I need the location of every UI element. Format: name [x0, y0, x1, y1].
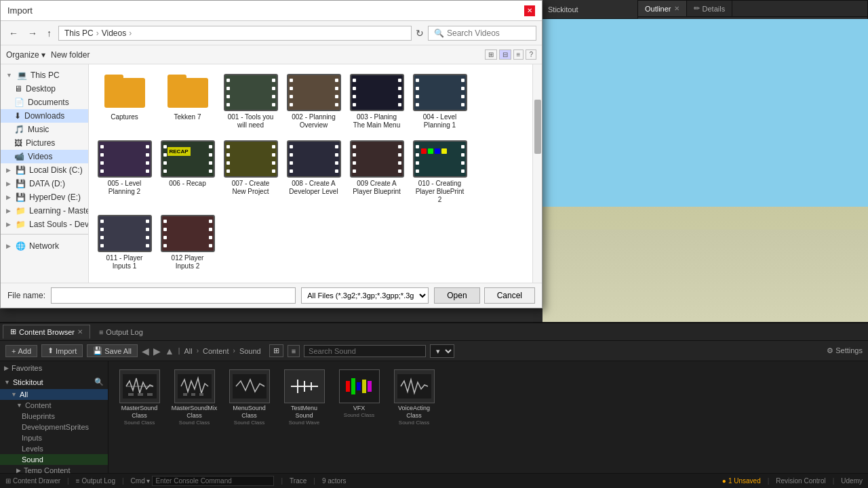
cb-item-levels[interactable]: Levels — [0, 443, 108, 454]
cb-item-content[interactable]: ▼ Content — [0, 400, 108, 411]
add-button[interactable]: + Add — [5, 345, 37, 357]
file-v009[interactable]: 009 Create A Player Blueprint — [348, 138, 406, 207]
disk-icon: 💾 — [16, 165, 26, 175]
nav-pictures[interactable]: 🖼 Pictures — [1, 136, 88, 150]
cb-item-blueprints[interactable]: Blueprints — [0, 411, 108, 422]
view-details[interactable]: ≡ — [513, 49, 524, 60]
import-dialog: Import ✕ ← → ↑ This PC › Videos › ↻ 🔍 Or… — [0, 0, 542, 308]
revision-control[interactable]: Revision Control — [776, 477, 825, 485]
sound-item-mastermix[interactable]: MasterSoundMix Class Sound Class — [169, 367, 220, 428]
sound-icon-vfx — [339, 369, 380, 403]
cb-section-favorites[interactable]: ▶ Favorites — [0, 361, 108, 375]
nav-back-button[interactable]: ← — [6, 26, 21, 40]
sound-item-voiceacting[interactable]: VoiceActing Class Sound Class — [389, 367, 439, 428]
parent-nav-btn[interactable]: ▲ — [165, 346, 174, 357]
nav-learning[interactable]: ▶ 📁 Learning - Maste — [1, 204, 88, 218]
dialog-title: Import — [7, 5, 33, 16]
output-log-tab-status[interactable]: ≡ Output Log — [76, 477, 115, 485]
save-all-button[interactable]: 💾 Save All — [87, 344, 138, 357]
unsaved-indicator[interactable]: ● 1 Unsaved — [722, 477, 761, 485]
nav-documents[interactable]: 📄 Documents — [1, 96, 88, 109]
new-folder-button[interactable]: New folder — [51, 50, 90, 60]
cb-item-sound[interactable]: Sound — [0, 454, 108, 465]
filetype-select[interactable]: All Files (*.3g2;*.3gp;*.3gpp;*.3g — [301, 287, 429, 304]
outliner-close-icon[interactable]: ✕ — [674, 5, 679, 12]
view-medium-icons[interactable]: ⊟ — [499, 49, 511, 60]
filename-input[interactable] — [51, 287, 296, 304]
nav-forward-button[interactable]: → — [25, 26, 40, 40]
file-v010[interactable]: 010 - Creating Player BluePrint 2 — [411, 138, 469, 207]
cb-section-stickitout[interactable]: ▼ Stickitout 🔍 — [0, 375, 108, 389]
cb-settings-button[interactable]: ⚙ Settings — [827, 346, 863, 355]
forward-nav-btn[interactable]: ▶ — [153, 346, 161, 357]
cb-breadcrumb-content[interactable]: Content — [203, 347, 229, 355]
file-v004[interactable]: 004 - Level Planning 1 — [411, 71, 469, 132]
nav-videos[interactable]: 📹 Videos — [1, 150, 88, 163]
nav-data-d[interactable]: ▶ 💾 DATA (D:) — [1, 177, 88, 190]
cb-sidebar-search[interactable]: 🔍 — [94, 378, 104, 386]
svg-rect-7 — [191, 393, 195, 396]
file-v002[interactable]: 002 - Planning Overview — [285, 71, 342, 132]
file-v001[interactable]: 001 - Tools you will need — [222, 71, 279, 132]
tab-outliner[interactable]: Outliner ✕ — [638, 1, 687, 16]
tab-content-browser[interactable]: ⊞ Content Browser ✕ — [3, 325, 90, 339]
nav-local-disk[interactable]: ▶ 💾 Local Disk (C:) — [1, 163, 88, 177]
content-scrollbar[interactable] — [532, 64, 542, 283]
scrollbar-thumb[interactable] — [534, 100, 541, 154]
file-v005[interactable]: 005 - Level Planning 2 — [96, 138, 153, 207]
udemy-label: Udemy — [841, 477, 863, 485]
sound-item-vfx[interactable]: VFX Sound Class — [334, 367, 384, 428]
sound-item-menusound[interactable]: MenuSound Class Sound Class — [224, 367, 275, 428]
search-input[interactable] — [447, 28, 528, 38]
cb-item-devsprites[interactable]: DevelopmentSprites — [0, 422, 108, 432]
tab-details[interactable]: ✏ Details — [687, 1, 733, 16]
open-button[interactable]: Open — [434, 287, 479, 304]
nav-up-button[interactable]: ↑ — [44, 26, 54, 40]
organize-button[interactable]: Organize ▾ — [6, 50, 45, 60]
sound-item-mastersound[interactable]: MasterSound Class Sound Class — [114, 367, 165, 428]
svg-rect-19 — [362, 380, 366, 393]
nav-desktop[interactable]: 🖥 Desktop — [1, 82, 88, 96]
cb-item-all[interactable]: ▼ All — [0, 389, 108, 400]
computer-icon: 💻 — [17, 70, 27, 80]
cb-item-inputs[interactable]: Inputs — [0, 432, 108, 443]
nav-downloads[interactable]: ⬇ Downloads — [1, 109, 88, 123]
file-v008[interactable]: 008 - Create A Developer Level — [285, 138, 342, 207]
cb-view-list-btn[interactable]: ≡ — [288, 345, 300, 357]
dialog-close-button[interactable]: ✕ — [524, 5, 535, 16]
back-nav-btn[interactable]: ◀ — [142, 346, 149, 357]
folder-tekken7[interactable]: Tekken 7 — [159, 71, 216, 132]
cb-breadcrumb-all[interactable]: All — [184, 347, 192, 355]
refresh-button[interactable]: ↻ — [416, 28, 424, 39]
tab-output-log[interactable]: ≡ Output Log — [92, 325, 151, 339]
nav-this-pc[interactable]: ▼ 💻 This PC — [1, 68, 88, 82]
cb-view-cols-btn[interactable]: ⊞ — [269, 344, 283, 357]
cb-breadcrumb-sound[interactable]: Sound — [239, 347, 261, 355]
file-v011[interactable]: 011 - Player Inputs 1 — [96, 212, 153, 273]
import-button[interactable]: ⬆ Import — [41, 344, 83, 357]
content-drawer-tab[interactable]: ⊞ Content Drawer — [5, 477, 60, 485]
folder-captures[interactable]: Captures — [96, 71, 153, 132]
nav-hyperdev[interactable]: ▶ 💾 HyperDev (E:) — [1, 190, 88, 204]
file-v006[interactable]: RECAP 006 - Recap — [159, 138, 216, 207]
file-v003[interactable]: 003 - Planing The Main Menu — [348, 71, 406, 132]
cb-search-input[interactable] — [304, 345, 426, 357]
file-v007[interactable]: 007 - Create New Project — [222, 138, 279, 207]
view-help[interactable]: ? — [526, 49, 536, 60]
cb-filter-select[interactable]: ▾ — [430, 344, 454, 358]
nav-last-souls[interactable]: ▶ 📁 Last Souls - Dev... — [1, 218, 88, 231]
file-v012[interactable]: 012 Player Inputs 2 — [159, 212, 216, 273]
nav-music[interactable]: 🎵 Music — [1, 123, 88, 136]
trace-btn[interactable]: Trace — [290, 477, 307, 485]
cb-tab-close[interactable]: ✕ — [77, 328, 83, 336]
console-input[interactable] — [152, 476, 274, 486]
sound-item-testmenu[interactable]: TestMenu Sound Sound Wave — [279, 367, 330, 428]
cancel-button[interactable]: Cancel — [484, 287, 535, 304]
nav-network[interactable]: ▶ 🌐 Network — [1, 239, 88, 253]
view-large-icons[interactable]: ⊞ — [485, 49, 497, 60]
main-status-bar: ⊞ Content Drawer | ≡ Output Log | Cmd ▾ … — [0, 473, 868, 488]
disk-e-icon: 💾 — [16, 192, 26, 202]
panel-tabs: Outliner ✕ ✏ Details — [638, 1, 867, 17]
svg-rect-16 — [346, 381, 350, 392]
cmd-label[interactable]: Cmd ▾ — [131, 477, 151, 485]
